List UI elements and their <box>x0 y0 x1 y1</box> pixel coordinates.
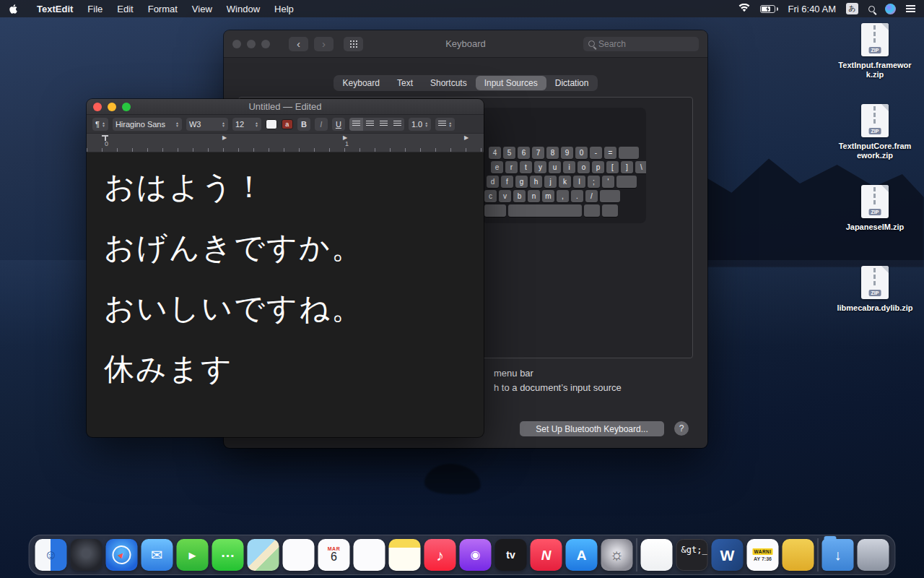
list-icon <box>438 121 446 127</box>
keyboard-key-f: f <box>501 176 513 188</box>
dock-item-terminal[interactable]: &gt;_ <box>676 539 708 571</box>
keyboard-key-g: g <box>515 176 528 188</box>
minimize-button[interactable] <box>108 103 116 111</box>
italic-button[interactable]: I <box>315 118 328 131</box>
close-button[interactable] <box>232 40 241 48</box>
input-menu-icon[interactable]: あ <box>846 3 858 14</box>
bold-button[interactable]: B <box>297 118 310 131</box>
line-spacing-dropdown[interactable]: 1.0 <box>409 118 431 131</box>
chevron-updown-icon <box>222 121 225 127</box>
textedit-window: Untitled — Edited ¶ Hiragino Sans W3 12 … <box>87 99 484 437</box>
keyboard-window-titlebar[interactable]: Keyboard Search <box>224 30 707 58</box>
notification-center-icon[interactable] <box>906 5 915 7</box>
menu-app-name[interactable]: TextEdit <box>30 4 80 14</box>
alignment-group <box>349 118 404 131</box>
align-right-button[interactable] <box>391 118 404 131</box>
dock-item-calendar[interactable]: MAR 6 <box>318 539 350 571</box>
menu-item-window[interactable]: Window <box>219 4 267 14</box>
ruler[interactable]: 0 1 <box>87 134 484 152</box>
menu-clock[interactable]: Fri 6:40 AM <box>788 4 836 14</box>
dock-item-notes[interactable] <box>389 539 421 571</box>
align-justify-button[interactable] <box>377 118 391 131</box>
apple-menu-icon[interactable] <box>9 4 18 14</box>
tab-keyboard[interactable]: Keyboard <box>334 76 388 90</box>
ruler-ticks <box>87 148 484 152</box>
dock-item-warning-doc[interactable]: WARNI AY 7:36 <box>747 539 779 571</box>
back-button[interactable] <box>289 37 308 51</box>
forward-button[interactable] <box>314 37 334 51</box>
keyboard-viewer: 4567890-=ertyuiop[]\dfghjkl;'cvbnm,./ <box>481 108 646 223</box>
zoom-button[interactable] <box>261 40 270 48</box>
dock-item-divider[interactable] <box>818 538 819 571</box>
underline-button[interactable]: U <box>332 118 345 131</box>
dock-item-mail[interactable]: ✉ <box>141 539 173 571</box>
dock-item-word[interactable]: W <box>712 539 744 571</box>
desktop-icon-label: libmecabra.dylib.zip <box>837 303 913 313</box>
text-color-well[interactable]: a <box>282 119 293 129</box>
battery-icon[interactable] <box>760 5 778 13</box>
dock-item-photos[interactable] <box>283 539 315 571</box>
tab-text[interactable]: Text <box>388 76 422 90</box>
menu-item-edit[interactable]: Edit <box>110 4 140 14</box>
dock-item-sysprefs[interactable]: ☼ <box>601 539 633 571</box>
dock-item-divider[interactable] <box>637 538 637 571</box>
tab-shortcuts[interactable]: Shortcuts <box>422 76 476 90</box>
dock-item-messages[interactable]: … <box>212 539 244 571</box>
spotlight-icon[interactable] <box>868 6 875 12</box>
checkbox-label-auto-switch[interactable]: h to a document’s input source <box>494 382 622 393</box>
dock-item-tv[interactable]: tv <box>495 539 527 571</box>
dock-item-music[interactable]: ♪ <box>424 539 456 571</box>
wifi-icon[interactable] <box>738 4 750 14</box>
font-size-dropdown[interactable]: 12 <box>232 118 261 131</box>
keyboard-key-\: \ <box>635 161 646 173</box>
dock-item-maps[interactable] <box>248 539 279 571</box>
setup-bluetooth-keyboard-button[interactable]: Set Up Bluetooth Keyboard... <box>520 421 664 436</box>
search-field[interactable]: Search <box>583 37 699 51</box>
close-button[interactable] <box>93 103 102 111</box>
chevron-updown-icon <box>424 121 428 127</box>
dock-item-reminders[interactable] <box>354 539 385 571</box>
menu-item-file[interactable]: File <box>80 4 110 14</box>
menu-item-format[interactable]: Format <box>141 4 185 14</box>
tab-stop-icon[interactable] <box>222 134 227 141</box>
dock-item-unarchiver[interactable] <box>783 539 814 571</box>
dock-item-appstore[interactable]: A <box>566 539 598 571</box>
list-style-dropdown[interactable] <box>435 118 455 131</box>
desktop-icon-textinput-framework-zip[interactable]: ZIP TextInput.framework.zip <box>836 23 914 104</box>
font-style-dropdown[interactable]: W3 <box>186 118 228 131</box>
menu-item-help[interactable]: Help <box>267 4 301 14</box>
paragraph-style-dropdown[interactable]: ¶ <box>92 118 108 131</box>
tab-stop-icon[interactable] <box>464 134 468 141</box>
menu-item-view[interactable]: View <box>185 4 219 14</box>
dock-item-downloads[interactable]: ↓ <box>822 539 854 571</box>
checkbox-label-show-input-menu[interactable]: menu bar <box>494 368 533 379</box>
desktop-icon-japaneseim-zip[interactable]: ZIP JapaneseIM.zip <box>836 185 914 266</box>
textedit-titlebar[interactable]: Untitled — Edited <box>87 99 484 115</box>
desktop-icon-textinputcore-framework-zip[interactable]: ZIP TextInputCore.framework.zip <box>836 104 914 185</box>
align-center-button[interactable] <box>363 118 377 131</box>
help-button[interactable]: ? <box>674 421 689 436</box>
siri-icon[interactable] <box>885 4 896 14</box>
dock-item-safari[interactable]: ▲ <box>106 539 138 571</box>
background-color-well[interactable] <box>266 119 277 129</box>
dock-item-podcasts[interactable]: ◉ <box>460 539 492 571</box>
tab-dictation[interactable]: Dictation <box>546 76 598 90</box>
dock-item-finder[interactable]: ☺ <box>35 539 67 571</box>
desktop-icon-libmecabra-dylib-zip[interactable]: ZIP libmecabra.dylib.zip <box>836 266 914 347</box>
show-all-button[interactable] <box>344 37 363 51</box>
font-family-dropdown[interactable]: Hiragino Sans <box>113 118 182 131</box>
dock-item-news[interactable]: N <box>531 539 562 571</box>
dock-item-facetime[interactable]: ▶ <box>177 539 209 571</box>
keyboard-key-u: u <box>549 161 561 173</box>
keyboard-key-,: , <box>557 190 569 202</box>
dock-item-launchpad[interactable] <box>71 539 103 571</box>
text-editor[interactable]: おはよう！おげんきですか。おいしいですね。休みます <box>87 152 484 437</box>
dock-item-trash[interactable] <box>858 539 889 571</box>
minimize-button[interactable] <box>247 40 256 48</box>
dock-icon-glyph: tv <box>506 550 515 560</box>
align-left-button[interactable] <box>349 118 363 131</box>
dock-item-textedit[interactable] <box>641 539 673 571</box>
chevron-updown-icon <box>175 121 179 127</box>
tab-input-sources[interactable]: Input Sources <box>476 76 546 90</box>
zoom-button[interactable] <box>122 103 131 111</box>
